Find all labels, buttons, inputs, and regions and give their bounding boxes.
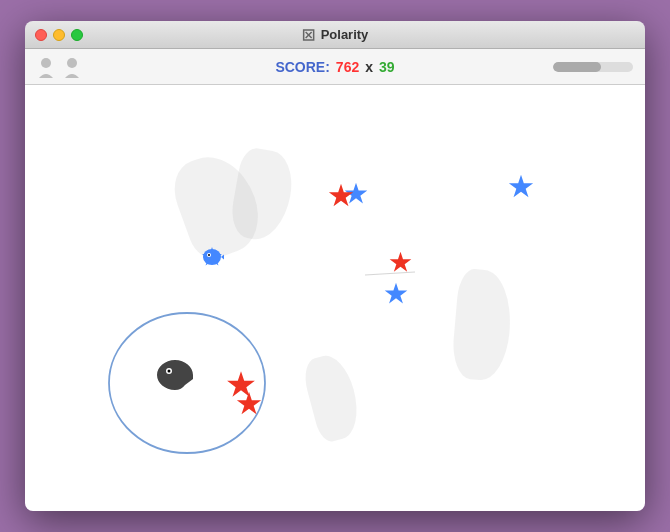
minimize-button[interactable]: [53, 29, 65, 41]
player-icon-2: [63, 56, 81, 78]
game-area[interactable]: [25, 85, 645, 511]
svg-point-8: [203, 249, 221, 265]
score-label: SCORE:: [275, 59, 329, 75]
score-value: 762: [336, 59, 359, 75]
connection-line: [25, 85, 645, 511]
red-star-4: [235, 390, 263, 418]
red-star-1: [327, 182, 355, 210]
blue-star-4: [383, 281, 409, 307]
svg-point-4: [67, 58, 77, 68]
score-area: SCORE: 762 x 39: [275, 59, 394, 75]
toolbar: SCORE: 762 x 39: [25, 49, 645, 85]
ghost-shape-3: [450, 268, 514, 382]
progress-bar: [553, 62, 633, 72]
score-multiplier: 39: [379, 59, 395, 75]
maximize-button[interactable]: [71, 29, 83, 41]
svg-point-3: [41, 58, 51, 68]
app-window: Polarity SCORE: 762 x 39: [25, 21, 645, 511]
red-star-2: [388, 250, 413, 275]
player-icons: [37, 56, 81, 78]
progress-bar-fill: [553, 62, 601, 72]
title-icon: [302, 28, 316, 42]
score-x: x: [365, 59, 373, 75]
selection-circle: [25, 85, 645, 511]
traffic-lights: [35, 29, 83, 41]
window-title: Polarity: [321, 27, 369, 42]
close-button[interactable]: [35, 29, 47, 41]
blue-star-3: [507, 173, 535, 201]
svg-point-7: [168, 370, 171, 373]
ghost-shape-2: [228, 146, 298, 244]
ghost-shape-4: [300, 351, 365, 445]
player-character: [155, 357, 195, 393]
titlebar: Polarity: [25, 21, 645, 49]
player-icon-1: [37, 56, 55, 78]
blue-star-1: [200, 245, 224, 269]
svg-point-10: [208, 254, 210, 256]
title-area: Polarity: [302, 27, 369, 42]
